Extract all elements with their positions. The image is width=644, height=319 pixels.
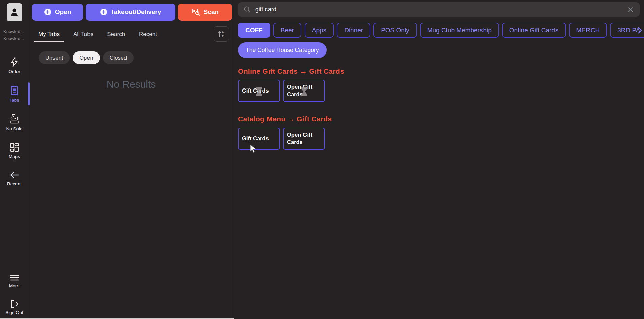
- sidebar-item-label: Maps: [9, 154, 20, 159]
- open-button-label: Open: [55, 8, 71, 16]
- scroll-right-icon[interactable]: [637, 27, 643, 34]
- logout-icon: [9, 299, 20, 308]
- receipt-icon: [10, 85, 19, 96]
- sidebar-item-maps[interactable]: Maps: [0, 142, 29, 159]
- result-card-row: Gift Cards Open Gift Cards: [238, 80, 640, 102]
- hourglass-icon: [254, 86, 264, 97]
- sidebar-item-sign-out[interactable]: Sign Out: [0, 299, 29, 315]
- section-heading: Online Gift Cards → Gift Cards: [238, 67, 640, 75]
- sidebar-item-label: No Sale: [6, 126, 22, 131]
- sidebar-item-tabs[interactable]: Tabs: [0, 85, 29, 103]
- item-label: Open Gift Cards: [287, 132, 312, 145]
- filter-closed[interactable]: Closed: [103, 51, 134, 64]
- item-gift-cards[interactable]: Gift Cards: [238, 80, 280, 102]
- pos-app: Knowled... Knowled... Order Tabs: [0, 0, 644, 319]
- item-label: Gift Cards: [242, 135, 269, 141]
- category-pill-row: COFF Beer Apps Dinner POS Only Mug Club …: [238, 23, 644, 38]
- plus-circle-icon: [44, 8, 51, 16]
- sidebar-item-label: Order: [8, 69, 20, 74]
- category-pill-apps[interactable]: Apps: [305, 23, 334, 38]
- user-avatar[interactable]: [7, 3, 22, 21]
- bottom-handle-bar: [0, 318, 234, 319]
- user-name-line2: Knowled...: [3, 35, 29, 42]
- tab-status-filters: Unsent Open Closed: [29, 51, 234, 64]
- category-pill-pos-only[interactable]: POS Only: [373, 23, 417, 38]
- menu-icon: [10, 274, 19, 282]
- sidebar-item-order[interactable]: Order: [0, 57, 29, 74]
- lightning-icon: [10, 57, 19, 67]
- sidebar-item-label: More: [9, 283, 20, 288]
- result-card-row: Gift Cards Open Gift Cards: [238, 128, 640, 150]
- tab-recent[interactable]: Recent: [139, 31, 157, 42]
- result-section-catalog-menu: Catalog Menu → Gift Cards Gift Cards Ope…: [238, 115, 640, 150]
- user-name-line1: Knowled...: [3, 28, 29, 35]
- sidebar-item-no-sale[interactable]: No Sale: [0, 114, 29, 131]
- filter-unsent[interactable]: Unsent: [39, 51, 70, 64]
- scan-button-label: Scan: [204, 8, 219, 16]
- search-icon: [244, 6, 251, 13]
- sidebar-nav: Order Tabs: [0, 57, 29, 186]
- category-pill-online-gift-cards[interactable]: Online Gift Cards: [502, 23, 566, 38]
- cash-register-icon: [9, 114, 20, 125]
- tabs-row: My Tabs All Tabs Search Recent: [29, 31, 234, 42]
- user-name: Knowled... Knowled...: [0, 28, 29, 42]
- arrow-left-icon: [9, 170, 20, 180]
- tab-all-tabs[interactable]: All Tabs: [73, 31, 93, 42]
- plus-circle-icon: [100, 8, 107, 16]
- grid-icon: [9, 142, 20, 152]
- result-section-online-gift-cards: Online Gift Cards → Gift Cards Gift Card…: [238, 67, 640, 102]
- subcategory-row: The Coffee House Category: [238, 42, 640, 58]
- category-pill-merch[interactable]: MERCH: [569, 23, 607, 38]
- scan-icon: [191, 8, 200, 16]
- sidebar-item-label: Tabs: [9, 98, 19, 103]
- person-icon: [10, 7, 19, 17]
- open-button[interactable]: Open: [32, 4, 83, 21]
- scan-button[interactable]: Scan: [178, 4, 232, 21]
- category-pill-beer[interactable]: Beer: [273, 23, 301, 38]
- sort-button[interactable]: A Z: [214, 26, 229, 42]
- tab-search[interactable]: Search: [107, 31, 125, 42]
- search-bar: [238, 2, 640, 17]
- sidebar-item-label: Recent: [7, 181, 22, 186]
- item-open-gift-cards[interactable]: Open Gift Cards: [283, 80, 325, 102]
- svg-text:Z: Z: [222, 34, 224, 38]
- subcategory-pill-coffee-house[interactable]: The Coffee House Category: [238, 42, 327, 58]
- item-gift-cards[interactable]: Gift Cards: [238, 128, 280, 150]
- tabs-panel: Open Takeout/Delivery Scan My: [29, 0, 234, 319]
- category-pill-coff[interactable]: COFF: [238, 23, 270, 38]
- no-results-text: No Results: [29, 79, 234, 90]
- category-pill-mug-club-membership[interactable]: Mug Club Membership: [420, 23, 499, 38]
- category-pill-dinner[interactable]: Dinner: [337, 23, 370, 38]
- svg-text:A: A: [222, 30, 224, 34]
- tab-my-tabs[interactable]: My Tabs: [38, 31, 60, 42]
- sidebar: Knowled... Knowled... Order Tabs: [0, 0, 29, 319]
- search-panel: COFF Beer Apps Dinner POS Only Mug Club …: [234, 0, 644, 319]
- sidebar-bottom-nav: More Sign Out: [0, 274, 29, 315]
- filter-open[interactable]: Open: [73, 51, 100, 64]
- clear-search-icon[interactable]: [627, 6, 634, 13]
- toolbar: Open Takeout/Delivery Scan: [29, 0, 234, 21]
- sidebar-item-recent[interactable]: Recent: [0, 170, 29, 186]
- takeout-delivery-button-label: Takeout/Delivery: [111, 8, 162, 16]
- sort-az-icon: A Z: [217, 30, 225, 38]
- section-heading: Catalog Menu → Gift Cards: [238, 115, 640, 123]
- item-open-gift-cards[interactable]: Open Gift Cards: [283, 128, 325, 150]
- sidebar-item-label: Sign Out: [5, 310, 23, 315]
- search-input[interactable]: [255, 6, 622, 13]
- takeout-delivery-button[interactable]: Takeout/Delivery: [86, 4, 175, 21]
- sidebar-item-more[interactable]: More: [0, 274, 29, 288]
- hourglass-icon: [299, 86, 309, 97]
